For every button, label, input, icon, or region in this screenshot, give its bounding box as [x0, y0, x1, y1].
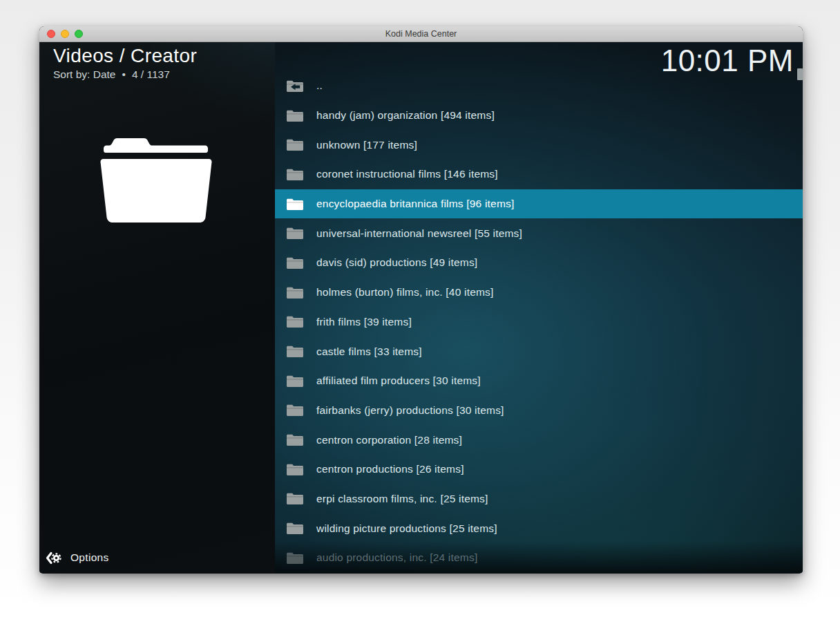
view-header: Videos / Creator Sort by: Date • 4 / 113…	[39, 42, 275, 81]
list-item[interactable]: affiliated film producers [30 items]	[275, 366, 803, 396]
list-item-label: erpi classroom films, inc. [25 items]	[316, 493, 488, 505]
item-position: 4 / 1137	[132, 68, 170, 81]
folder-icon	[287, 138, 303, 151]
scrollbar-handle[interactable]	[797, 68, 803, 80]
folder-icon	[287, 433, 303, 446]
options-button[interactable]: Options	[46, 549, 116, 567]
list-item[interactable]: centron corporation [28 items]	[275, 425, 803, 455]
list-item[interactable]: frith films [39 items]	[275, 308, 803, 337]
window-title: Kodi Media Center	[385, 29, 457, 39]
list-item[interactable]: castle films [33 items]	[275, 337, 803, 366]
list-item[interactable]: audio productions, inc. [24 items]	[275, 543, 803, 573]
kodi-window: Kodi Media Center Videos / Creator Sort …	[39, 26, 803, 574]
folder-icon	[287, 551, 303, 565]
list-item-label: davis (sid) productions [49 items]	[316, 256, 477, 269]
window-titlebar: Kodi Media Center	[39, 26, 803, 42]
folder-icon	[287, 198, 303, 211]
list-item[interactable]: erpi classroom films, inc. [25 items]	[275, 484, 803, 514]
list-item[interactable]: davis (sid) productions [49 items]	[275, 248, 803, 278]
list-item-label: centron productions [26 items]	[316, 463, 464, 475]
list-item-label: ..	[316, 79, 323, 92]
list-item-label: handy (jam) organization [494 items]	[316, 109, 495, 122]
zoom-button[interactable]	[75, 30, 83, 38]
folder-icon	[287, 109, 303, 122]
parent-folder-icon	[287, 79, 303, 93]
list-item[interactable]: coronet instructional films [146 items]	[275, 160, 803, 189]
list-item[interactable]: fairbanks (jerry) productions [30 items]	[275, 396, 803, 426]
list-item-label: coronet instructional films [146 items]	[316, 168, 498, 180]
list-item[interactable]: holmes (burton) films, inc. [40 items]	[275, 278, 803, 308]
folder-icon	[287, 315, 303, 328]
folder-icon	[287, 463, 303, 476]
list-item-label: fairbanks (jerry) productions [30 items]	[316, 404, 504, 417]
folder-icon	[287, 404, 303, 417]
list-item-label: audio productions, inc. [24 items]	[316, 551, 477, 564]
list-item-label: unknown [177 items]	[316, 139, 417, 151]
list-item-label: wilding picture productions [25 items]	[316, 522, 497, 535]
folder-icon	[287, 492, 303, 505]
file-list: .. handy (jam) organization [494 items] …	[275, 71, 803, 573]
list-item[interactable]: universal-international newsreel [55 ite…	[275, 218, 803, 248]
folder-icon	[287, 168, 303, 181]
traffic-lights	[47, 30, 83, 38]
close-button[interactable]	[47, 30, 55, 38]
options-label: Options	[70, 551, 109, 564]
folder-icon	[287, 375, 303, 388]
large-folder-icon	[96, 136, 216, 225]
kodi-content: Videos / Creator Sort by: Date • 4 / 113…	[39, 42, 803, 573]
list-item[interactable]: unknown [177 items]	[275, 130, 803, 160]
list-item-label: holmes (burton) films, inc. [40 items]	[316, 286, 494, 299]
file-list-panel: 10:01 PM .. handy (jam) organization [49…	[275, 42, 803, 573]
list-item-label: affiliated film producers [30 items]	[316, 375, 481, 387]
sort-status: Sort by: Date • 4 / 1137	[53, 68, 275, 81]
page-title: Videos / Creator	[53, 46, 275, 67]
list-item-label: castle films [33 items]	[316, 346, 422, 358]
list-item[interactable]: centron productions [26 items]	[275, 455, 803, 484]
bullet-separator: •	[122, 68, 125, 81]
list-item[interactable]: wilding picture productions [25 items]	[275, 513, 803, 543]
list-item-label: universal-international newsreel [55 ite…	[316, 227, 522, 240]
minimize-button[interactable]	[61, 30, 69, 38]
list-item[interactable]: handy (jam) organization [494 items]	[275, 101, 803, 131]
folder-icon	[287, 345, 303, 358]
sort-by-label: Sort by: Date	[53, 68, 115, 81]
folder-icon	[287, 256, 303, 270]
folder-icon	[287, 286, 303, 299]
list-item-label: encyclopaedia britannica films [96 items…	[316, 198, 514, 210]
folder-icon	[287, 227, 303, 240]
list-item-label: frith films [39 items]	[316, 316, 412, 328]
list-item[interactable]: encyclopaedia britannica films [96 items…	[275, 189, 803, 219]
list-item-label: centron corporation [28 items]	[316, 434, 462, 446]
sidebar-panel: Videos / Creator Sort by: Date • 4 / 113…	[39, 42, 275, 573]
clock: 10:01 PM	[661, 44, 794, 78]
folder-icon	[287, 522, 303, 535]
options-gear-icon	[46, 551, 62, 565]
